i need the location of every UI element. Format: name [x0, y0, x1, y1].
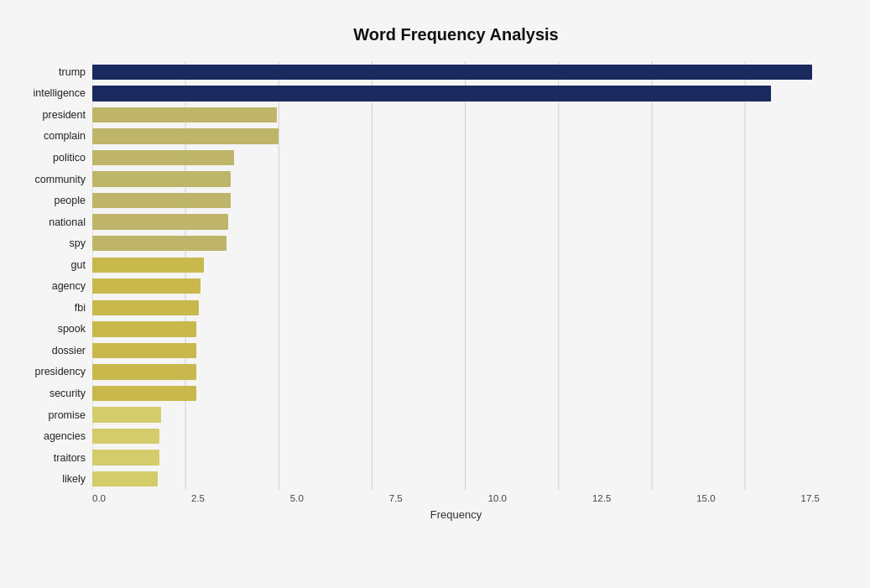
x-axis-labels: 0.02.55.07.510.012.515.017.5: [92, 493, 820, 503]
bar-label: people: [54, 195, 86, 206]
chart-container: Word Frequency Analysis trumpintelligenc…: [0, 0, 870, 588]
bar-row: promise: [92, 404, 820, 426]
x-tick-label: 2.5: [191, 493, 205, 503]
bar-row: agency: [92, 275, 820, 297]
bar-label: trump: [59, 66, 86, 78]
bar-row: people: [92, 190, 820, 211]
bar-label: politico: [53, 152, 86, 164]
bar-label: dossier: [52, 345, 86, 356]
bar-row: national: [92, 211, 820, 233]
bar: [92, 429, 159, 444]
bar-label: fbi: [75, 302, 86, 314]
bar: [92, 300, 199, 315]
x-tick-label: 15.0: [696, 493, 715, 503]
bar-row: complain: [92, 126, 820, 148]
bar: [92, 386, 196, 401]
bar-row: intelligence: [92, 83, 820, 105]
bar: [92, 128, 279, 143]
bar-label: complain: [44, 130, 86, 142]
bar-row: trump: [92, 61, 820, 83]
bar-label: spy: [70, 237, 86, 249]
x-tick-label: 7.5: [389, 493, 403, 503]
bar-row: politico: [92, 147, 820, 169]
bar: [92, 236, 227, 251]
x-axis-title: Frequency: [92, 508, 820, 521]
bar-row: fbi: [92, 297, 820, 319]
bar-label: promise: [49, 409, 86, 421]
bar-label: gut: [71, 259, 86, 271]
x-tick-label: 17.5: [801, 493, 820, 503]
bar-label: community: [35, 174, 86, 185]
bar-label: traitors: [54, 452, 86, 464]
bar-row: agencies: [92, 425, 820, 447]
bar-row: gut: [92, 254, 820, 276]
bar: [92, 407, 161, 422]
chart-title: Word Frequency Analysis: [92, 25, 820, 44]
bar-label: agencies: [44, 430, 86, 442]
bar-row: traitors: [92, 447, 820, 469]
bar: [92, 343, 196, 358]
bar: [92, 471, 158, 487]
bar: [92, 150, 234, 165]
bar-label: agency: [52, 280, 86, 292]
bar-label: security: [49, 388, 86, 399]
bar: [92, 450, 159, 465]
bar: [92, 364, 196, 379]
bar-row: spook: [92, 319, 820, 341]
bar-label: president: [43, 109, 86, 121]
bars-wrapper: trumpintelligencepresidentcomplainpoliti…: [92, 61, 820, 490]
bar: [92, 171, 231, 186]
bar-label: spook: [58, 323, 86, 335]
bar: [92, 107, 277, 122]
bar: [92, 278, 201, 294]
bar: [92, 258, 204, 273]
bar-label: intelligence: [33, 87, 86, 99]
bar-row: community: [92, 169, 820, 190]
x-tick-label: 12.5: [592, 493, 611, 503]
bar-label: likely: [62, 473, 86, 485]
x-axis: 0.02.55.07.510.012.515.017.5 Frequency: [92, 493, 820, 521]
x-tick-label: 5.0: [290, 493, 304, 503]
bar: [92, 193, 231, 208]
bar-row: president: [92, 104, 820, 126]
bar-row: security: [92, 382, 820, 404]
bar: [92, 321, 196, 336]
bar-label: presidency: [35, 366, 86, 377]
bar: [92, 86, 771, 101]
bar-row: dossier: [92, 340, 820, 362]
bar-row: presidency: [92, 362, 820, 383]
bar: [92, 65, 812, 80]
bar: [92, 214, 228, 229]
bar-row: likely: [92, 468, 820, 490]
x-tick-label: 0.0: [92, 493, 106, 503]
x-tick-label: 10.0: [488, 493, 507, 503]
bar-row: spy: [92, 232, 820, 254]
bar-label: national: [49, 216, 86, 228]
